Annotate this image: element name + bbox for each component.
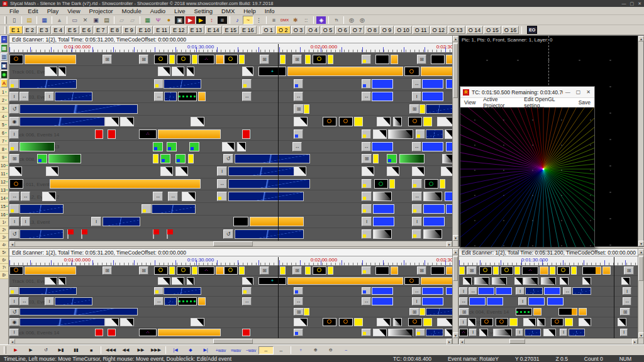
menu-item-setting[interactable]: Setting	[190, 8, 218, 14]
timeline-event[interactable]	[621, 277, 630, 285]
timeline-event[interactable]	[446, 142, 452, 151]
timeline-event[interactable]	[37, 154, 47, 163]
timeline-event[interactable]: ∴	[139, 129, 157, 139]
timeline-event[interactable]	[557, 266, 570, 274]
output-button-11[interactable]: O 11	[413, 26, 430, 34]
timeline-event[interactable]	[216, 55, 224, 64]
layer-button-8[interactable]: 8▪	[0, 145, 8, 153]
media-view-icon[interactable]: ▣	[1, 62, 8, 70]
frames-view-icon[interactable]: ▦	[1, 44, 8, 52]
timeline-event[interactable]: I	[9, 92, 19, 101]
track-row[interactable]: Track 001,	[459, 276, 638, 286]
timeline-event[interactable]: I	[45, 92, 54, 101]
timeline-event[interactable]	[523, 318, 536, 326]
effect-button-6[interactable]: E 6	[80, 26, 94, 34]
zoom-selection-button[interactable]: ↔	[274, 346, 289, 354]
timeline-event[interactable]	[242, 79, 252, 89]
timeline-event[interactable]	[175, 154, 186, 163]
output-button-6[interactable]: O 6	[335, 26, 350, 34]
maximize-icon[interactable]: ▢	[576, 89, 581, 95]
track-row[interactable]: Track 005, Events 15◉	[9, 116, 452, 128]
timeline-event[interactable]: ↔	[19, 92, 29, 101]
track-row[interactable]: Track 000,⊞∴⊞	[459, 266, 638, 276]
timeline-event[interactable]	[372, 79, 393, 89]
time-ruler[interactable]: 0:01:00.0000:01:30.0000:02:00.0000:02:30	[9, 256, 458, 266]
timeline-event[interactable]	[304, 308, 309, 315]
time-ruler[interactable]: 0:01:00.0000:01:30.0000:02:00.0000:02:30	[9, 43, 458, 53]
timeline-event[interactable]	[153, 229, 160, 239]
timeline-event[interactable]: +	[258, 277, 286, 285]
scrollbar-thumb-v[interactable]	[453, 43, 458, 98]
output-button-1[interactable]: O 1	[262, 26, 276, 34]
effect-button-1[interactable]: E 1	[9, 26, 23, 34]
timeline-event[interactable]	[362, 329, 371, 336]
timeline-event[interactable]	[469, 297, 486, 305]
timeline-event[interactable]: ∴	[522, 266, 538, 274]
effect-button-5[interactable]: E 5	[65, 26, 79, 34]
timeline-event[interactable]	[362, 287, 371, 295]
timeline-event[interactable]	[9, 179, 23, 189]
timeline-event[interactable]	[516, 308, 532, 315]
preview-scrollbar[interactable]: ▴▾	[638, 36, 643, 246]
timeline-event[interactable]	[19, 104, 138, 114]
timeline-event[interactable]	[187, 67, 194, 76]
timeline-event[interactable]: ⊞	[9, 154, 19, 163]
timeline-event[interactable]	[478, 287, 494, 295]
layer-button-12[interactable]: 12▪	[0, 178, 8, 186]
effect-button-13[interactable]: E 13	[188, 26, 205, 34]
timeline-event[interactable]	[9, 287, 19, 295]
timeline-event[interactable]: I	[620, 329, 628, 336]
waveform-icon[interactable]: ~	[243, 16, 253, 25]
timeline-event[interactable]	[373, 192, 392, 201]
find-icon[interactable]: ◎	[346, 16, 357, 25]
output-button-4[interactable]: O 4	[306, 26, 320, 34]
timeline-event[interactable]: I	[412, 92, 421, 101]
timeline-event[interactable]	[372, 142, 393, 151]
timeline-event[interactable]	[446, 204, 452, 214]
opengl-menu-edit[interactable]: Edit OpenGL setting...	[524, 96, 570, 109]
timeline-event[interactable]	[120, 117, 134, 126]
scroll-left-icon[interactable]: ◂	[9, 339, 15, 344]
timeline-event[interactable]	[372, 297, 393, 305]
timeline-event[interactable]	[233, 217, 248, 226]
warning-icon[interactable]: A	[1, 79, 8, 87]
time-ruler[interactable]: 0:01:30.000	[459, 256, 643, 266]
timeline-event[interactable]	[154, 266, 168, 274]
timeline-event[interactable]	[58, 67, 66, 76]
timeline-event[interactable]: I	[516, 329, 523, 336]
cursor-to-start-button[interactable]: |◀	[168, 346, 183, 354]
timeline-event[interactable]	[362, 129, 371, 139]
scroll-left-icon[interactable]: ◂	[459, 339, 465, 344]
timeline-event[interactable]: ↔	[294, 297, 303, 305]
timeline-event[interactable]	[167, 142, 177, 151]
timeline-event[interactable]	[423, 204, 445, 214]
forward-button[interactable]: ▶▶	[133, 346, 148, 354]
timeline-event[interactable]	[294, 117, 308, 126]
track-row[interactable]: Track 011, Events 13↔	[9, 178, 452, 191]
track-row[interactable]: Track 012, Events 12↔↔↔↔↔	[9, 190, 452, 203]
timeline-event[interactable]: ⊞	[459, 308, 469, 315]
timeline-event[interactable]	[514, 277, 523, 285]
timeline-event[interactable]: I	[9, 217, 19, 226]
timeline-event[interactable]: ↔	[9, 192, 19, 201]
playhead-cursor[interactable]	[614, 257, 614, 338]
menu-item-module[interactable]: Module	[118, 8, 146, 14]
timeline-event[interactable]	[153, 154, 158, 163]
timeline-event[interactable]	[393, 318, 402, 326]
timeline-event[interactable]	[560, 277, 569, 285]
pause-button[interactable]: ▮▮	[69, 346, 84, 354]
copy-icon[interactable]: ▣	[91, 16, 101, 25]
timeline-event[interactable]	[493, 329, 512, 336]
timeline-event[interactable]	[160, 154, 170, 163]
timeline-event[interactable]	[426, 104, 452, 114]
timeline-event[interactable]: I	[560, 329, 567, 336]
marker-button[interactable]: ◆	[183, 346, 198, 354]
timeline-event[interactable]: I	[623, 287, 631, 295]
timeline-event[interactable]	[468, 318, 476, 326]
loop-button[interactable]: ↺	[38, 346, 53, 354]
timeline-event[interactable]	[280, 55, 286, 64]
timeline-event[interactable]	[187, 277, 194, 285]
timeline-event[interactable]	[188, 154, 194, 163]
timeline-event[interactable]	[389, 179, 395, 189]
timeline-event[interactable]	[354, 117, 363, 126]
